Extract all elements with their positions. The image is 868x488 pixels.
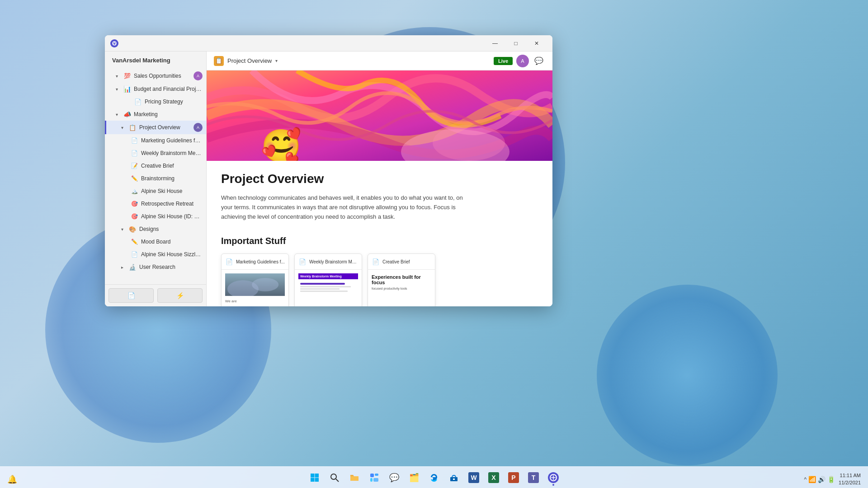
taskbar-widgets-button[interactable] bbox=[365, 469, 383, 487]
volume-icon: 🔊 bbox=[818, 476, 826, 483]
content-header-icon: 📋 bbox=[214, 56, 224, 66]
page-description: When technology communicates and behaves… bbox=[221, 193, 465, 221]
taskbar-teams-button[interactable]: T bbox=[524, 469, 542, 487]
live-badge[interactable]: Live bbox=[494, 57, 513, 65]
excel-icon: X bbox=[488, 472, 499, 483]
sidebar-item-sales[interactable]: ▾ 💯 Sales Opportunities A bbox=[105, 69, 206, 83]
doc-icon: 🎯 bbox=[130, 200, 138, 208]
sidebar-item-label: Marketing Guidelines for V... bbox=[141, 137, 203, 144]
content-body: 🥰 Project Overview When technology commu… bbox=[207, 70, 552, 306]
section-title: Important Stuff bbox=[221, 236, 538, 246]
sidebar-item-label: Alpine Ski House Sizzle Re... bbox=[141, 251, 203, 258]
sidebar-item-user-research[interactable]: ▸ 🔬 User Research bbox=[105, 261, 206, 273]
sidebar-item-project-overview[interactable]: ▾ 📋 Project Overview A bbox=[105, 121, 206, 134]
taskbar-powerpoint-button[interactable]: P bbox=[505, 469, 523, 487]
card-creative-brief[interactable]: 📄 Creative Brief Experiences built for f… bbox=[368, 253, 435, 306]
svg-rect-13 bbox=[370, 474, 374, 477]
taskbar-edge-button[interactable] bbox=[425, 469, 443, 487]
content-header: 📋 Project Overview ▾ Live A 💬 bbox=[207, 52, 552, 70]
card-header: 📄 Weekly Brainstorm Me... bbox=[295, 254, 362, 270]
battery-icon: 🔋 bbox=[827, 476, 835, 483]
sidebar-item-mood[interactable]: ✏️ Mood Board bbox=[105, 235, 206, 248]
sidebar-item-alpine-id[interactable]: 🎯 Alpine Ski House (ID: 487... bbox=[105, 210, 206, 223]
notification-button[interactable]: 🔔 bbox=[7, 474, 17, 484]
card-title: Marketing Guidelines f... bbox=[236, 259, 285, 264]
taskbar-word-button[interactable]: W bbox=[465, 469, 483, 487]
teams-icon: T bbox=[528, 472, 539, 483]
chevron-icon: ▾ bbox=[121, 227, 127, 232]
sidebar-item-label: User Research bbox=[139, 264, 203, 270]
svg-rect-7 bbox=[311, 474, 315, 478]
system-tray: ^ 📶 🔊 🔋 11:11 AM 11/2/2021 bbox=[804, 472, 861, 486]
sidebar-item-label: Marketing bbox=[134, 111, 203, 117]
background-blob-3 bbox=[597, 285, 778, 465]
card-icon: 📄 bbox=[298, 258, 307, 266]
preview-header: Weekly Brainstorm Meeting bbox=[298, 273, 358, 279]
card-weekly-brainstorm[interactable]: 📄 Weekly Brainstorm Me... Weekly Brainst… bbox=[294, 253, 362, 306]
maximize-button[interactable]: □ bbox=[505, 35, 526, 52]
taskbar-start-button[interactable] bbox=[306, 469, 324, 487]
taskbar-folders-button[interactable]: 🗂️ bbox=[405, 469, 423, 487]
svg-rect-10 bbox=[315, 478, 319, 482]
sidebar-item-creative[interactable]: 📝 Creative Brief bbox=[105, 160, 206, 172]
pages-button[interactable]: 📄 bbox=[108, 288, 154, 303]
sidebar-item-pricing[interactable]: ▾ 📄 Pricing Strategy bbox=[105, 95, 206, 108]
content-header-chevron-icon: ▾ bbox=[275, 58, 278, 63]
svg-rect-15 bbox=[370, 478, 373, 482]
hero-banner: 🥰 bbox=[207, 70, 552, 161]
chevron-icon: ▾ bbox=[116, 74, 121, 79]
svg-rect-16 bbox=[373, 478, 378, 482]
sidebar-item-weekly[interactable]: 📄 Weekly Brainstorm Meeting bbox=[105, 147, 206, 160]
svg-point-3 bbox=[433, 125, 505, 161]
sidebar-item-retrospective[interactable]: 🎯 Retrospective Retreat bbox=[105, 197, 206, 210]
budget-icon: 📊 bbox=[123, 85, 131, 93]
taskbar-chat-button[interactable]: 💬 bbox=[385, 469, 403, 487]
minimize-button[interactable]: — bbox=[485, 35, 505, 52]
sidebar-item-label: Alpine Ski House bbox=[141, 188, 203, 194]
activity-button[interactable]: ⚡ bbox=[157, 288, 203, 303]
taskbar-store-button[interactable] bbox=[445, 469, 463, 487]
sidebar-item-budget[interactable]: ▾ 📊 Budget and Financial Projection bbox=[105, 83, 206, 95]
sidebar-item-designs[interactable]: ▾ 🎨 Designs bbox=[105, 223, 206, 235]
sidebar-item-label: Alpine Ski House (ID: 487... bbox=[141, 213, 203, 220]
content-panel: 📋 Project Overview ▾ Live A 💬 bbox=[207, 52, 552, 306]
sidebar: VanArsdel Marketing ▾ 💯 Sales Opportunit… bbox=[105, 52, 207, 306]
tray-clock[interactable]: 11:11 AM 11/2/2021 bbox=[839, 472, 861, 486]
doc-icon: 📄 bbox=[130, 149, 138, 157]
comment-button[interactable]: 💬 bbox=[533, 55, 545, 67]
sidebar-item-mg[interactable]: 📄 Marketing Guidelines for V... bbox=[105, 134, 206, 147]
svg-rect-9 bbox=[311, 478, 315, 482]
taskbar-explorer-button[interactable] bbox=[345, 469, 363, 487]
app-icon bbox=[110, 39, 118, 47]
doc-icon: 📄 bbox=[130, 250, 138, 258]
taskbar: 💬 🗂️ W X P bbox=[0, 466, 868, 488]
content-text-area: Project Overview When technology communi… bbox=[207, 161, 552, 306]
card-icon: 📄 bbox=[372, 258, 380, 266]
sidebar-item-sizzle[interactable]: 📄 Alpine Ski House Sizzle Re... bbox=[105, 248, 206, 261]
card-marketing-guidelines[interactable]: 📄 Marketing Guidelines f... bbox=[221, 253, 289, 306]
page-title: Project Overview bbox=[221, 172, 538, 186]
research-icon: 🔬 bbox=[128, 263, 137, 271]
preview-text: We are bbox=[225, 299, 285, 304]
taskbar-loop-button[interactable] bbox=[544, 469, 562, 487]
header-user-avatar: A bbox=[516, 55, 529, 67]
marketing-icon: 📣 bbox=[123, 110, 131, 118]
taskbar-excel-button[interactable]: X bbox=[485, 469, 503, 487]
sidebar-item-label: Sales Opportunities bbox=[134, 73, 193, 79]
card-title: Creative Brief bbox=[382, 259, 410, 264]
close-button[interactable]: ✕ bbox=[526, 35, 547, 52]
chevron-icon: ▾ bbox=[116, 87, 121, 92]
sidebar-item-brainstorming[interactable]: ✏️ Brainstorming bbox=[105, 172, 206, 185]
avatar: A bbox=[193, 71, 203, 80]
taskbar-center: 💬 🗂️ W X P bbox=[306, 469, 562, 487]
chevron-up-icon[interactable]: ^ bbox=[804, 476, 807, 483]
user-initials: A bbox=[521, 58, 524, 64]
sidebar-item-label: Designs bbox=[139, 226, 203, 232]
taskbar-search-button[interactable] bbox=[326, 469, 344, 487]
doc-icon: 🎯 bbox=[130, 212, 138, 221]
sidebar-item-label: Pricing Strategy bbox=[145, 99, 203, 105]
sidebar-item-alpine[interactable]: 🏔️ Alpine Ski House bbox=[105, 185, 206, 197]
doc-icon: 🏔️ bbox=[130, 187, 138, 195]
word-icon: W bbox=[468, 472, 479, 483]
sidebar-item-marketing[interactable]: ▾ 📣 Marketing bbox=[105, 108, 206, 121]
